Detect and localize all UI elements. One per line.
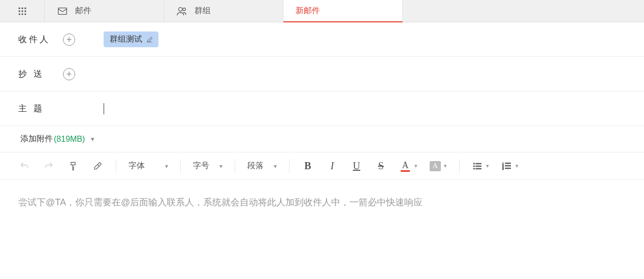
svg-point-0 bbox=[18, 7, 20, 9]
svg-point-14 bbox=[473, 165, 475, 167]
svg-rect-9 bbox=[58, 8, 67, 14]
eraser-button[interactable] bbox=[91, 159, 104, 173]
format-painter-icon bbox=[68, 161, 78, 171]
attachment-size: (819MB) bbox=[54, 135, 85, 144]
underline-button[interactable]: U bbox=[350, 160, 363, 172]
svg-rect-13 bbox=[476, 163, 481, 164]
apps-button[interactable] bbox=[0, 0, 45, 22]
cc-label: 抄 送 bbox=[18, 68, 63, 80]
attachment-label: 添加附件 bbox=[20, 134, 53, 144]
bullet-list-icon bbox=[472, 161, 483, 171]
chevron-down-icon: ▾ bbox=[165, 163, 168, 170]
svg-point-12 bbox=[473, 163, 475, 164]
subject-label: 主 题 bbox=[18, 103, 63, 114]
subject-field[interactable] bbox=[104, 103, 644, 114]
font-family-select[interactable]: 字体 ▾ bbox=[128, 161, 168, 171]
mail-icon bbox=[57, 6, 68, 17]
strikethrough-button[interactable]: S bbox=[375, 160, 387, 172]
undo-icon bbox=[19, 161, 29, 171]
background-color-button[interactable]: A bbox=[430, 161, 441, 171]
format-painter-button[interactable] bbox=[67, 159, 79, 173]
font-color-icon: A bbox=[402, 161, 409, 170]
svg-point-16 bbox=[473, 168, 475, 169]
font-family-label: 字体 bbox=[128, 161, 145, 171]
paragraph-select[interactable]: 段落 ▾ bbox=[247, 161, 277, 171]
tab-label: 新邮件 bbox=[296, 6, 320, 16]
italic-button[interactable]: I bbox=[326, 160, 338, 172]
font-size-label: 字号 bbox=[193, 161, 209, 171]
background-color-dropdown[interactable]: ▾ bbox=[444, 163, 447, 169]
svg-rect-21 bbox=[505, 165, 511, 166]
svg-rect-19 bbox=[505, 163, 511, 164]
eraser-icon bbox=[92, 161, 103, 171]
svg-point-6 bbox=[18, 13, 20, 15]
ordered-list-dropdown[interactable]: ▾ bbox=[516, 163, 519, 169]
row-recipients: 收件人 + 群组测试 bbox=[0, 22, 644, 57]
svg-point-11 bbox=[183, 8, 186, 10]
svg-rect-17 bbox=[476, 168, 481, 169]
svg-point-2 bbox=[24, 7, 26, 9]
font-color-dropdown[interactable]: ▾ bbox=[414, 163, 417, 169]
row-subject: 主 题 bbox=[0, 91, 644, 126]
font-size-select[interactable]: 字号 ▾ bbox=[193, 161, 222, 171]
numbered-list-icon: 1 2 3 bbox=[501, 161, 512, 171]
svg-point-8 bbox=[24, 13, 26, 15]
tab-compose[interactable]: 新邮件 bbox=[283, 0, 403, 22]
unordered-list-button[interactable] bbox=[472, 161, 483, 171]
add-recipient-button[interactable]: + bbox=[63, 34, 75, 46]
svg-rect-15 bbox=[476, 166, 481, 167]
recipients-label: 收件人 bbox=[18, 34, 63, 45]
ordered-list-button[interactable]: 1 2 3 bbox=[501, 161, 512, 171]
tab-label: 群组 bbox=[195, 6, 211, 16]
add-cc-button[interactable]: + bbox=[63, 68, 75, 80]
svg-text:3: 3 bbox=[502, 167, 504, 170]
apps-grid-icon bbox=[17, 6, 27, 16]
recipient-chip-label: 群组测试 bbox=[110, 34, 142, 45]
svg-point-5 bbox=[24, 10, 26, 12]
recipient-chip[interactable]: 群组测试 bbox=[104, 32, 158, 47]
recipients-field[interactable]: 群组测试 bbox=[104, 32, 644, 47]
tab-label: 邮件 bbox=[75, 6, 91, 16]
chevron-down-icon: ▾ bbox=[274, 163, 277, 170]
chevron-down-icon: ▾ bbox=[91, 135, 94, 143]
groups-icon bbox=[176, 6, 187, 17]
svg-point-3 bbox=[18, 10, 20, 12]
svg-rect-23 bbox=[505, 168, 511, 169]
svg-point-4 bbox=[21, 10, 23, 12]
bold-button[interactable]: B bbox=[302, 160, 314, 172]
tab-bar: 邮件 群组 新邮件 bbox=[0, 0, 644, 22]
attachment-row[interactable]: 添加附件 (819MB) ▾ bbox=[0, 126, 644, 152]
chevron-down-icon: ▾ bbox=[219, 163, 222, 170]
svg-point-7 bbox=[21, 13, 23, 15]
tab-groups[interactable]: 群组 bbox=[164, 0, 283, 22]
editor-body[interactable]: 尝试下@TA，你只需要在@后面输入联系人，系统就会自动将此人加到收件人中，一箭必… bbox=[0, 180, 644, 261]
paragraph-label: 段落 bbox=[247, 161, 264, 171]
svg-point-10 bbox=[179, 7, 182, 11]
redo-icon bbox=[44, 161, 54, 171]
font-color-button[interactable]: A bbox=[399, 161, 411, 172]
tab-mail[interactable]: 邮件 bbox=[45, 0, 164, 22]
undo-button[interactable] bbox=[18, 159, 30, 173]
edit-icon bbox=[146, 36, 153, 43]
editor-placeholder: 尝试下@TA，你只需要在@后面输入联系人，系统就会自动将此人加到收件人中，一箭必… bbox=[18, 197, 423, 207]
editor-toolbar: 字体 ▾ 字号 ▾ 段落 ▾ B I U S A ▾ A ▾ bbox=[0, 152, 644, 180]
svg-point-1 bbox=[21, 7, 23, 9]
row-cc: 抄 送 + bbox=[0, 57, 644, 91]
text-caret bbox=[104, 103, 104, 114]
subject-input[interactable] bbox=[108, 104, 644, 114]
unordered-list-dropdown[interactable]: ▾ bbox=[486, 163, 489, 169]
redo-button[interactable] bbox=[43, 159, 55, 173]
